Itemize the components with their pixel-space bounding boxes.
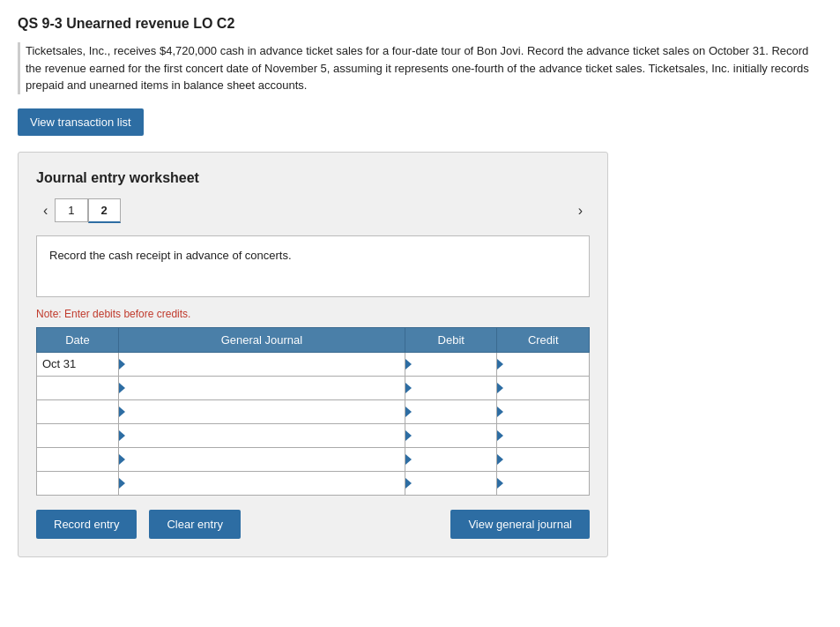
gj-input[interactable]	[128, 353, 405, 376]
date-cell: Oct 31	[37, 352, 119, 376]
debit-cell[interactable]	[405, 399, 497, 423]
cell-indicator-icon	[119, 359, 125, 369]
col-header-gj: General Journal	[118, 327, 405, 352]
debit-cell[interactable]	[405, 352, 497, 376]
view-general-journal-button[interactable]: View general journal	[450, 510, 590, 539]
cell-indicator-icon	[497, 359, 503, 369]
tab-next-arrow[interactable]: ›	[571, 199, 590, 222]
credit-cell[interactable]	[497, 376, 590, 399]
cell-indicator-icon	[405, 478, 412, 489]
cell-indicator-icon	[405, 454, 412, 465]
table-row	[37, 447, 590, 471]
col-header-credit: Credit	[497, 327, 590, 352]
debit-cell[interactable]	[405, 376, 497, 399]
credit-cell[interactable]	[497, 399, 590, 423]
date-cell	[37, 376, 119, 399]
debit-input[interactable]	[414, 353, 497, 376]
bottom-buttons: Record entry Clear entry View general jo…	[36, 510, 590, 539]
date-cell	[37, 399, 119, 423]
date-cell	[37, 423, 119, 447]
cell-indicator-icon	[497, 430, 503, 441]
journal-entry-worksheet: Journal entry worksheet ‹ 1 2 › Record t…	[18, 152, 608, 557]
date-cell	[37, 471, 119, 495]
debit-input[interactable]	[414, 424, 497, 447]
debit-input[interactable]	[414, 472, 497, 495]
cell-indicator-icon	[119, 407, 125, 417]
col-header-debit: Debit	[405, 327, 497, 352]
gj-input[interactable]	[128, 472, 405, 495]
debit-cell[interactable]	[405, 423, 497, 447]
debit-input[interactable]	[414, 400, 497, 423]
general-journal-cell[interactable]	[118, 399, 405, 423]
debit-cell[interactable]	[405, 447, 497, 471]
tab-2[interactable]: 2	[88, 198, 121, 223]
gj-input[interactable]	[128, 377, 405, 399]
tab-navigation: ‹ 1 2 ›	[36, 198, 590, 223]
cell-indicator-icon	[405, 430, 412, 441]
cell-indicator-icon	[119, 454, 125, 465]
credit-cell[interactable]	[497, 423, 590, 447]
debit-input[interactable]	[414, 377, 497, 399]
general-journal-cell[interactable]	[118, 447, 405, 471]
credit-cell[interactable]	[497, 447, 590, 471]
cell-indicator-icon	[405, 359, 412, 369]
tab-1[interactable]: 1	[55, 198, 87, 222]
general-journal-cell[interactable]	[118, 423, 405, 447]
cell-indicator-icon	[119, 383, 125, 393]
view-transaction-button[interactable]: View transaction list	[18, 108, 144, 136]
note-text: Note: Enter debits before credits.	[36, 308, 590, 320]
worksheet-title: Journal entry worksheet	[36, 170, 590, 186]
general-journal-cell[interactable]	[118, 352, 405, 376]
table-row	[37, 471, 590, 495]
debit-input[interactable]	[414, 448, 497, 471]
cell-indicator-icon	[405, 407, 412, 417]
table-row: Oct 31	[37, 352, 590, 376]
journal-table: Date General Journal Debit Credit Oct 31	[36, 327, 590, 496]
cell-indicator-icon	[119, 430, 125, 441]
credit-input[interactable]	[506, 472, 589, 495]
date-cell	[37, 447, 119, 471]
cell-indicator-icon	[405, 383, 412, 393]
gj-input[interactable]	[128, 400, 405, 423]
clear-entry-button[interactable]: Clear entry	[149, 510, 241, 539]
table-row	[37, 376, 590, 399]
table-row	[37, 423, 590, 447]
general-journal-cell[interactable]	[118, 376, 405, 399]
debit-cell[interactable]	[405, 471, 497, 495]
gj-input[interactable]	[128, 424, 405, 447]
tab-prev-arrow[interactable]: ‹	[36, 199, 55, 222]
credit-input[interactable]	[506, 424, 589, 447]
credit-input[interactable]	[506, 400, 589, 423]
table-row	[37, 399, 590, 423]
problem-description: Ticketsales, Inc., receives $4,720,000 c…	[18, 42, 822, 94]
instruction-box: Record the cash receipt in advance of co…	[36, 235, 590, 297]
cell-indicator-icon	[497, 407, 503, 417]
cell-indicator-icon	[497, 454, 503, 465]
col-header-date: Date	[37, 327, 119, 352]
general-journal-cell[interactable]	[118, 471, 405, 495]
cell-indicator-icon	[119, 478, 125, 489]
credit-input[interactable]	[506, 377, 589, 399]
credit-cell[interactable]	[497, 352, 590, 376]
cell-indicator-icon	[497, 383, 503, 393]
credit-input[interactable]	[506, 448, 589, 471]
credit-input[interactable]	[506, 353, 589, 376]
credit-cell[interactable]	[497, 471, 590, 495]
page-title: QS 9-3 Unearned revenue LO C2	[18, 16, 822, 32]
gj-input[interactable]	[128, 448, 405, 471]
record-entry-button[interactable]: Record entry	[36, 510, 137, 539]
cell-indicator-icon	[497, 478, 503, 489]
